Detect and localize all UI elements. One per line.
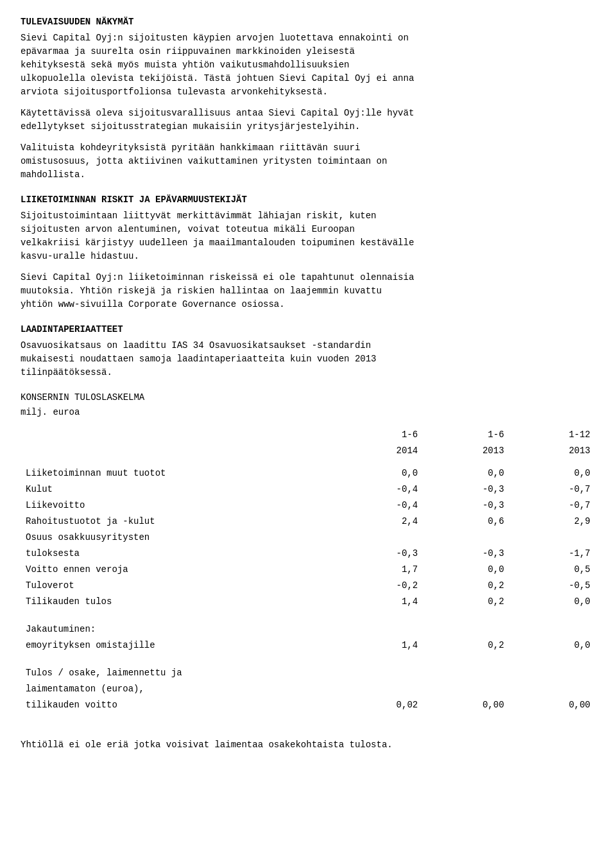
table-row: Liikevoitto -0,4 -0,3 -0,7 bbox=[21, 498, 595, 514]
paragraph-3: Valituista kohdeyrityksistä pyritään han… bbox=[21, 141, 595, 182]
spacer-row-1 bbox=[21, 610, 595, 616]
table-row-jakautuminen: emoyrityksen omistajille 1,4 0,2 0,0 bbox=[21, 637, 595, 654]
row-v2-1: -0,3 bbox=[423, 481, 509, 498]
laadinta-paragraph-1: Osavuosikatsaus on laadittu IAS 34 Osavu… bbox=[21, 339, 595, 379]
row-label-2: Liikevoitto bbox=[21, 498, 337, 514]
header-period1: 1-6 bbox=[337, 427, 423, 443]
table-row: Rahoitustuotot ja -kulut 2,4 0,6 2,9 bbox=[21, 514, 595, 530]
header-empty2 bbox=[21, 443, 337, 459]
tulos-v1: 0,02 bbox=[337, 697, 423, 713]
row-v2-3: 0,6 bbox=[423, 514, 509, 530]
spacer-after-header bbox=[21, 459, 595, 465]
section-title-tulevaisuus: TULEVAISUUDEN NÄKYMÄT bbox=[21, 15, 595, 29]
page-content: TULEVAISUUDEN NÄKYMÄT Sievi Capital Oyj:… bbox=[21, 15, 595, 752]
table-row: Tuloverot -0,2 0,2 -0,5 bbox=[21, 578, 595, 594]
row-v3-0: 0,0 bbox=[509, 465, 595, 481]
row-v2-6: 0,2 bbox=[423, 578, 509, 594]
jakautuminen-title: Jakautuminen: bbox=[21, 616, 337, 637]
section-title-laadinta: LAADINTAPERIAATTEET bbox=[21, 323, 595, 336]
tuloslaskelma-body: Liiketoiminnan muut tuotot 0,0 0,0 0,0 K… bbox=[21, 465, 595, 713]
section-riskit: LIIKETOIMINNAN RISKIT JA EPÄVARMUUSTEKIJ… bbox=[21, 193, 595, 311]
row-v2-2: -0,3 bbox=[423, 498, 509, 514]
table-row-jakautuminen-title: Jakautuminen: bbox=[21, 616, 595, 637]
section-tuloslaskelma: KONSERNIN TULOSLASKELMA milj. euroa 1-6 … bbox=[21, 391, 595, 752]
row-label-6: Tuloverot bbox=[21, 578, 337, 594]
jakautuminen-v3: 0,0 bbox=[509, 637, 595, 654]
table-row: Osuus osakkuusyritysten bbox=[21, 530, 595, 546]
row-v3-3: 2,9 bbox=[509, 514, 595, 530]
tulos-osake-label1: Tulos / osake, laimennettu ja bbox=[21, 660, 337, 681]
row-v2-5: 0,0 bbox=[423, 562, 509, 578]
riskit-paragraph-1: Sijoitustoimintaan liittyvät merkittävim… bbox=[21, 209, 595, 263]
table-row-tulos-label1: Tulos / osake, laimennettu ja bbox=[21, 660, 595, 681]
tulos-osake-label2: laimentamaton (euroa), bbox=[21, 681, 337, 697]
paragraph-2: Käytettävissä oleva sijoitusvarallisuus … bbox=[21, 107, 595, 134]
section-tulevaisuus: TULEVAISUUDEN NÄKYMÄT Sievi Capital Oyj:… bbox=[21, 15, 595, 182]
jakautuminen-v1: 1,4 bbox=[337, 637, 423, 654]
row-v3-5: 0,5 bbox=[509, 562, 595, 578]
row-label-3: Rahoitustuotot ja -kulut bbox=[21, 514, 337, 530]
row-v1-4b: -0,3 bbox=[337, 546, 423, 562]
spacer-row-2 bbox=[21, 654, 595, 660]
header-period2: 1-6 bbox=[423, 427, 509, 443]
header-empty bbox=[21, 427, 337, 443]
row-v1-2: -0,4 bbox=[337, 498, 423, 514]
konserni-title-text: KONSERNIN TULOSLASKELMA bbox=[21, 392, 144, 403]
header-year2: 2013 bbox=[423, 443, 509, 459]
row-label-4a: Osuus osakkuusyritysten bbox=[21, 530, 337, 546]
header-period3: 1-12 bbox=[509, 427, 595, 443]
row-v1-4 bbox=[337, 530, 423, 546]
row-v3-7: 0,0 bbox=[509, 594, 595, 610]
row-v2-0: 0,0 bbox=[423, 465, 509, 481]
table-row: Voitto ennen veroja 1,7 0,0 0,5 bbox=[21, 562, 595, 578]
tulos-v2: 0,00 bbox=[423, 697, 509, 713]
table-row: Tilikauden tulos 1,4 0,2 0,0 bbox=[21, 594, 595, 610]
table-row-tulos-label2: laimentamaton (euroa), bbox=[21, 681, 595, 697]
bottom-note: Yhtiöllä ei ole eriä jotka voisivat laim… bbox=[21, 725, 595, 752]
row-v3-6: -0,5 bbox=[509, 578, 595, 594]
row-v1-0: 0,0 bbox=[337, 465, 423, 481]
section-laadinta: LAADINTAPERIAATTEET Osavuosikatsaus on l… bbox=[21, 323, 595, 379]
row-label-5: Voitto ennen veroja bbox=[21, 562, 337, 578]
header-year1: 2014 bbox=[337, 443, 423, 459]
row-v3-4 bbox=[509, 530, 595, 546]
row-label-7: Tilikauden tulos bbox=[21, 594, 337, 610]
tulos-v3: 0,00 bbox=[509, 697, 595, 713]
row-label-4b: tuloksesta bbox=[21, 546, 337, 562]
header-year3: 2013 bbox=[509, 443, 595, 459]
row-v1-7: 1,4 bbox=[337, 594, 423, 610]
row-v2-4b: -0,3 bbox=[423, 546, 509, 562]
row-label-0: Liiketoiminnan muut tuotot bbox=[21, 465, 337, 481]
row-v1-5: 1,7 bbox=[337, 562, 423, 578]
row-v3-2: -0,7 bbox=[509, 498, 595, 514]
tuloslaskelma-table: 1-6 1-6 1-12 2014 2013 2013 Liiketoiminn… bbox=[21, 427, 595, 713]
milj-label: milj. euroa bbox=[21, 406, 595, 419]
row-label-1: Kulut bbox=[21, 481, 337, 498]
row-v3-1: -0,7 bbox=[509, 481, 595, 498]
row-v1-1: -0,4 bbox=[337, 481, 423, 498]
header-row-periods: 1-6 1-6 1-12 bbox=[21, 427, 595, 443]
bottom-note-text: Yhtiöllä ei ole eriä jotka voisivat laim… bbox=[21, 740, 393, 750]
tulos-osake-label3: tilikauden voitto bbox=[21, 697, 337, 713]
jakautuminen-label: emoyrityksen omistajille bbox=[21, 637, 337, 654]
table-row-tulos-label3: tilikauden voitto 0,02 0,00 0,00 bbox=[21, 697, 595, 713]
section-title-riskit: LIIKETOIMINNAN RISKIT JA EPÄVARMUUSTEKIJ… bbox=[21, 193, 595, 207]
table-row: Liiketoiminnan muut tuotot 0,0 0,0 0,0 bbox=[21, 465, 595, 481]
row-v3-4b: -1,7 bbox=[509, 546, 595, 562]
riskit-paragraph-2: Sievi Capital Oyj:n liiketoiminnan riske… bbox=[21, 271, 595, 311]
table-row: tuloksesta -0,3 -0,3 -1,7 bbox=[21, 546, 595, 562]
jakautuminen-v2: 0,2 bbox=[423, 637, 509, 654]
row-v2-7: 0,2 bbox=[423, 594, 509, 610]
paragraph-1: Sievi Capital Oyj:n sijoitusten käypien … bbox=[21, 31, 595, 99]
row-v1-3: 2,4 bbox=[337, 514, 423, 530]
header-row-years: 2014 2013 2013 bbox=[21, 443, 595, 459]
row-v2-4 bbox=[423, 530, 509, 546]
row-v1-6: -0,2 bbox=[337, 578, 423, 594]
konserni-title: KONSERNIN TULOSLASKELMA bbox=[21, 391, 595, 404]
table-row: Kulut -0,4 -0,3 -0,7 bbox=[21, 481, 595, 498]
